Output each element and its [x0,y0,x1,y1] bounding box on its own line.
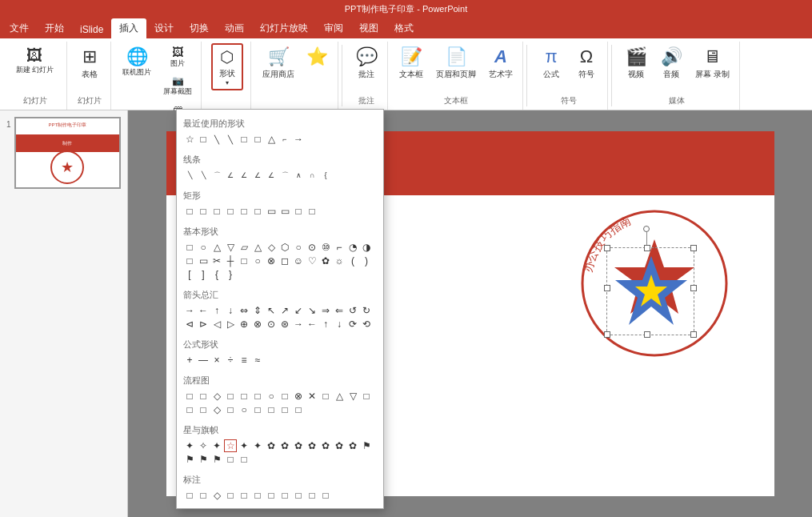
favorites-button[interactable]: ⭐ [301,43,333,70]
shape-item[interactable]: ⚑ [360,439,373,452]
shape-item[interactable]: ✕ [306,390,318,403]
shape-item[interactable]: — [197,354,210,367]
shape-item[interactable]: ⚑ [210,453,223,466]
shape-item[interactable]: [ [183,268,196,281]
shape-item[interactable]: → [292,133,305,146]
shape-item[interactable]: ↙ [292,304,305,317]
shape-item[interactable]: ◑ [360,241,373,254]
shape-item[interactable]: ▭ [265,205,278,218]
shape-item[interactable]: ◇ [210,489,223,502]
shape-item[interactable]: ↑ [319,318,332,331]
tab-view[interactable]: 视图 [351,18,386,38]
shape-item[interactable]: □ [224,453,237,466]
shape-item[interactable]: ▽ [224,241,237,254]
tab-start[interactable]: 开始 [37,18,72,38]
shape-item[interactable]: + [183,354,196,367]
shape-item[interactable]: → [292,318,305,331]
textbox-button[interactable]: 📝 文本框 [394,43,428,83]
handle-mr[interactable] [690,285,697,291]
audio-button[interactable]: 🔊 音频 [655,43,687,83]
shape-item[interactable]: ╲ [210,133,223,146]
shape-item[interactable]: □ [251,390,264,403]
shape-item[interactable]: × [210,354,223,367]
shape-item[interactable]: □ [251,133,264,146]
shape-item[interactable]: □ [306,489,318,502]
shape-item[interactable]: ⊙ [306,241,318,254]
shape-item[interactable]: ⬡ [278,241,291,254]
new-slide-button[interactable]: 🖼 新建 幻灯片 [11,43,59,78]
shape-item[interactable]: ◔ [346,241,359,254]
shape-item[interactable]: ╲ [183,169,196,182]
shape-item[interactable]: ∧ [292,169,305,182]
shape-item[interactable]: □ [265,489,278,502]
shape-item[interactable]: □ [306,205,318,218]
shape-item[interactable]: □ [278,390,291,403]
tab-file[interactable]: 文件 [2,18,37,38]
shape-item[interactable]: □ [238,133,250,146]
screenshot-button[interactable]: 📷 屏幕截图 [159,73,196,99]
shape-item[interactable]: ○ [238,403,250,416]
tab-review[interactable]: 审阅 [316,18,351,38]
shape-item[interactable]: □ [183,489,196,502]
shape-item[interactable]: ╲ [224,133,237,146]
shape-item[interactable]: ◇ [210,403,223,416]
shape-item[interactable]: ┼ [224,254,237,267]
shape-item[interactable]: ◇ [265,241,278,254]
shape-item[interactable]: ✦ [210,439,223,452]
shape-item[interactable]: □ [238,254,250,267]
shape-item[interactable]: □ [210,205,223,218]
shape-item[interactable]: ⊗ [265,254,278,267]
shape-item[interactable]: ↓ [333,318,346,331]
shape-item[interactable]: □ [183,241,196,254]
shape-item[interactable]: □ [238,205,250,218]
shape-item[interactable]: ✿ [292,439,305,452]
shape-item[interactable]: ) [360,254,373,267]
shape-item[interactable]: ✦ [183,439,196,452]
shape-item[interactable]: □ [265,403,278,416]
shape-item[interactable]: □ [197,489,210,502]
shape-item[interactable]: □ [183,254,196,267]
shape-item[interactable]: ⑩ [319,241,332,254]
shape-item[interactable]: ▽ [346,390,359,403]
shape-item[interactable]: ▱ [238,241,250,254]
shape-item[interactable]: ✦ [251,439,264,452]
shape-item[interactable]: ( [346,254,359,267]
shape-item[interactable]: □ [224,489,237,502]
shape-item[interactable]: ⊗ [292,390,305,403]
shape-item[interactable]: □ [251,205,264,218]
shape-item[interactable]: □ [238,453,250,466]
shape-item[interactable]: ÷ [224,354,237,367]
shape-item[interactable]: ∠ [238,169,250,182]
formula-button[interactable]: π 公式 [535,43,567,83]
shapes-button[interactable]: ⬡ 形状 ▾ [211,43,243,90]
shape-item[interactable]: ↓ [224,304,237,317]
shape-item[interactable]: ∠ [265,169,278,182]
shape-item[interactable]: ⊲ [183,318,196,331]
shape-item[interactable]: ✿ [319,254,332,267]
shape-item[interactable]: → [183,304,196,317]
shape-item[interactable]: ↖ [265,304,278,317]
handle-tr[interactable] [690,245,697,251]
shape-item[interactable]: □ [292,489,305,502]
shape-item[interactable]: □ [224,403,237,416]
shape-item[interactable]: □ [319,390,332,403]
shape-item[interactable]: △ [265,133,278,146]
header-footer-button[interactable]: 📄 页眉和页脚 [431,43,481,83]
shape-item[interactable]: ○ [251,254,264,267]
online-picture-button[interactable]: 🌐 联机图片 [118,43,156,81]
picture-button[interactable]: 🖼 图片 [159,43,196,71]
shape-item[interactable]: ∠ [224,169,237,182]
shape-item[interactable]: ✿ [265,439,278,452]
shape-item[interactable]: ✿ [319,439,332,452]
shape-item[interactable]: ↑ [210,304,223,317]
shape-item[interactable]: ∩ [306,169,318,182]
shape-item[interactable]: □ [183,390,196,403]
shape-item[interactable]: ↘ [306,304,318,317]
shape-item[interactable]: □ [292,205,305,218]
shape-item[interactable]: ↻ [360,304,373,317]
shape-item[interactable]: ○ [292,241,305,254]
shape-item[interactable]: ○ [265,390,278,403]
rotate-handle[interactable] [643,226,650,232]
shape-item[interactable]: △ [251,241,264,254]
shape-item[interactable]: ○ [197,241,210,254]
